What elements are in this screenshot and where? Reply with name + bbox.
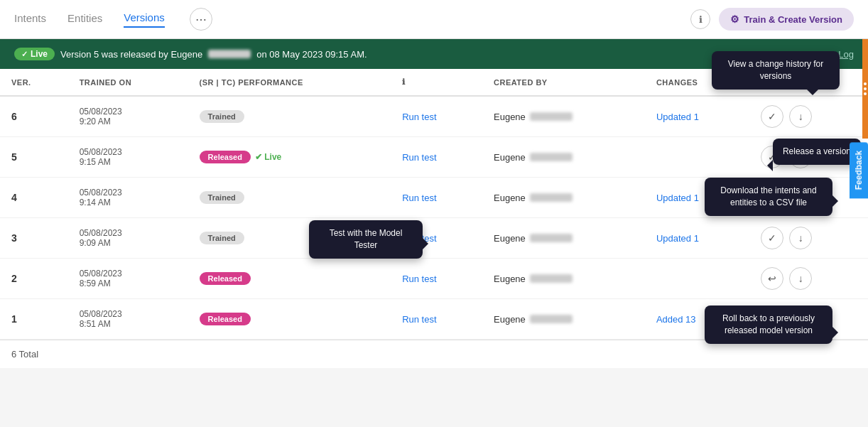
col-performance: (SR | TC) PERFORMANCE [188,69,391,96]
rollback-tooltip-arrow [832,327,838,338]
version-number: 5 [11,151,17,163]
table-row: 505/08/20239:15 AMReleased✔ LiveRun test… [0,137,868,178]
download-button[interactable]: ↓ [789,267,812,290]
release-button[interactable]: ✓ [761,227,783,249]
side-dot-2 [864,87,867,90]
username-blur [530,274,573,283]
nav-right-actions: ℹ ⚙ Train & Create Version [690,8,854,31]
username-blur [530,153,573,161]
release-tooltip-text: Release a version [783,146,851,156]
col-trained-on: TRAINED ON [68,69,188,96]
audit-tooltip-text: View a change history for versions [728,59,824,81]
nav-versions[interactable]: Versions [124,11,165,28]
version-number: 3 [11,232,17,244]
created-by: Eugene [494,112,634,122]
actions-cell: ✓↓ [761,105,857,128]
train-create-version-button[interactable]: ⚙ Train & Create Version [719,8,854,31]
run-test-link[interactable]: Run test [402,193,436,203]
trained-date: 05/08/20239:20 AM [80,107,177,126]
run-test-link[interactable]: Run test [402,314,436,325]
trained-date: 05/08/20239:14 AM [80,188,177,207]
col-info-icon: ℹ [391,69,482,96]
download-button[interactable]: ↓ [789,227,812,249]
tester-tooltip-arrow [423,238,428,249]
trained-date: 05/08/20238:51 AM [80,309,177,329]
audit-tooltip-arrow [807,90,818,95]
feedback-button[interactable]: Feedback [850,142,868,198]
train-btn-label: Train & Create Version [744,14,842,25]
banner-date: on 08 May 2023 09:15 AM. [256,49,367,60]
version-number: 6 [11,111,17,122]
changes-link[interactable]: Updated 1 [656,193,699,203]
changes-link[interactable]: Added 13 [656,314,696,325]
col-created-by: CREATED BY [482,69,645,96]
download-tooltip: Download the intents and entities to a C… [705,178,832,216]
run-test-link[interactable]: Run test [402,152,436,163]
status-badge: Trained [200,110,244,123]
orange-sidebar [862,39,868,139]
created-by: Eugene [494,314,634,325]
version-number: 1 [11,313,17,325]
nav-tabs: Intents Entities Versions ⋯ [14,8,690,31]
live-badge: Live [14,48,55,60]
table-row: 205/08/20238:59 AMReleasedRun testEugene… [0,259,868,299]
rollback-button[interactable]: ↩ [761,267,783,290]
download-tooltip-arrow [832,195,838,207]
banner-username-blur [208,50,251,58]
nav-intents[interactable]: Intents [14,12,46,27]
tester-tooltip: Test with the Model Tester [309,220,423,259]
audit-tooltip: View a change history for versions [712,51,840,90]
rollback-tooltip: Roll back to a previously released model… [705,306,832,344]
download-tooltip-text: Download the intents and entities to a C… [720,185,816,207]
banner-message: Version 5 was released by Eugene [60,49,202,60]
version-number: 4 [11,192,17,203]
run-test-link[interactable]: Run test [402,274,436,284]
created-by: Eugene [494,152,634,163]
changes-link[interactable]: Updated 1 [656,112,699,122]
username-blur [530,315,573,323]
created-by: Eugene [494,233,634,244]
top-navigation: Intents Entities Versions ⋯ ℹ ⚙ Train & … [0,0,868,39]
table-body: 605/08/20239:20 AMTrainedRun testEugene … [0,96,868,340]
total-count: 6 Total [0,340,868,368]
trained-date: 05/08/20238:59 AM [80,269,177,288]
created-by: Eugene [494,193,634,203]
release-tooltip: Release a version [773,139,861,165]
table-row: 305/08/20239:09 AMTrainedRun testEugene … [0,218,868,259]
train-icon: ⚙ [730,13,739,25]
username-blur [530,193,573,202]
table-row: 605/08/20239:20 AMTrainedRun testEugene … [0,96,868,137]
username-blur [530,234,573,242]
col-ver: VER. [0,69,68,96]
status-badge: Trained [200,232,244,244]
side-dot-3 [864,92,867,95]
version-number: 2 [11,273,17,284]
username-blur [530,112,573,121]
rollback-tooltip-text: Roll back to a previously released model… [722,313,815,335]
created-by: Eugene [494,274,634,284]
live-indicator: ✔ Live [255,152,281,162]
run-test-link[interactable]: Run test [402,112,436,122]
trained-date: 05/08/20239:09 AM [80,228,177,248]
trained-date: 05/08/20239:15 AM [80,147,177,167]
status-badge: Released [200,151,251,163]
status-badge: Trained [200,191,244,204]
release-tooltip-arrow [767,160,773,171]
download-button[interactable]: ↓ [789,105,812,128]
actions-cell: ↩↓ [761,267,857,290]
actions-cell: ✓↓ [761,227,857,249]
status-badge: Released [200,272,251,285]
more-options-button[interactable]: ⋯ [190,8,212,31]
status-badge: Released [200,313,251,325]
nav-entities[interactable]: Entities [67,12,102,27]
info-button[interactable]: ℹ [690,9,710,29]
changes-link[interactable]: Updated 1 [656,233,699,244]
release-button[interactable]: ✓ [761,105,783,128]
side-dot-1 [864,82,867,85]
tester-tooltip-text: Test with the Model Tester [330,228,403,250]
